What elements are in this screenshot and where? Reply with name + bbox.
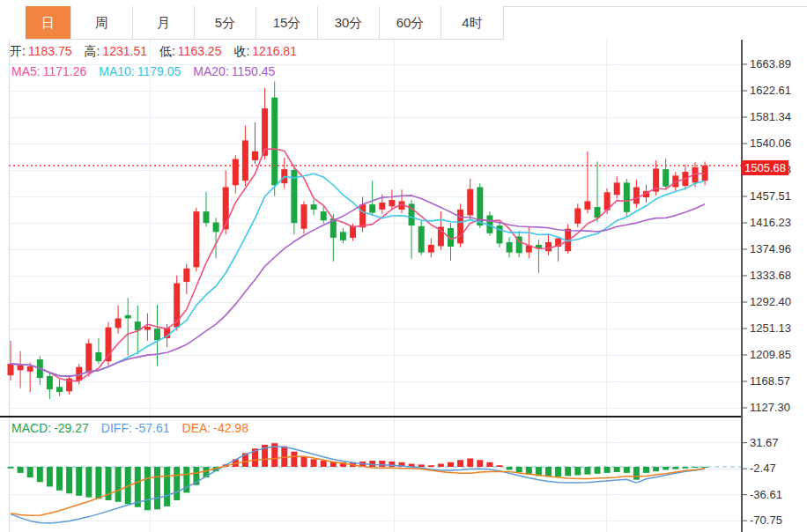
macd-bar <box>486 462 492 467</box>
macd-bar <box>379 461 385 467</box>
macd-bar <box>682 467 688 469</box>
tabbar-bottom-border <box>26 39 504 40</box>
readout-value: -29.27 <box>54 421 89 435</box>
macd-bar <box>555 467 561 477</box>
dea-line <box>11 456 705 515</box>
macd-bar <box>457 460 463 467</box>
macd-bar <box>692 467 699 468</box>
candle <box>614 182 620 195</box>
readout-value: -57.61 <box>135 421 170 435</box>
macd-bar <box>545 467 552 477</box>
readout-value: 1171.26 <box>43 64 87 78</box>
macd-bar <box>291 452 297 467</box>
candle <box>545 242 552 251</box>
price-tick-label: 1457.51 <box>750 189 804 203</box>
candle <box>242 140 248 181</box>
macd-readout: MACD:-29.27DIFF:-57.61DEA:-42.98 <box>11 421 261 435</box>
candle <box>311 204 317 210</box>
candle <box>204 211 210 223</box>
macd-bar <box>507 467 513 469</box>
tab-60min[interactable]: 60分 <box>380 6 441 39</box>
ohlc-readout: 开:1183.75高:1231.51低:1163.25收:1216.81 <box>10 44 309 60</box>
macd-bar <box>418 464 425 467</box>
price-tick-label: 1168.57 <box>750 374 804 388</box>
macd-bar <box>633 467 640 480</box>
macd-bar <box>448 462 454 467</box>
readout-label: 低: <box>159 44 175 60</box>
grid-layer <box>9 40 742 532</box>
tab-30min[interactable]: 30分 <box>318 6 380 39</box>
tab-day[interactable]: 日 <box>26 6 71 39</box>
macd-bar <box>27 467 33 477</box>
macd-bar <box>321 461 327 467</box>
current-price-badge: 1505.68 <box>742 160 788 175</box>
candle <box>663 169 669 187</box>
macd-bar <box>154 467 160 509</box>
ohlc-open: 开:1183.75 <box>10 44 71 60</box>
macd-bar <box>37 467 43 482</box>
macd-bar <box>663 467 669 469</box>
macd-bar <box>164 467 170 506</box>
candle <box>154 329 160 340</box>
price-tick-label: 1581.34 <box>750 110 804 124</box>
macd-bar <box>115 467 122 502</box>
candle <box>624 182 630 211</box>
price-tick-label: 1416.23 <box>750 216 804 230</box>
macd-bar <box>565 467 571 476</box>
macd-bar <box>477 460 483 467</box>
macd-macd: MACD:-29.27 <box>11 421 89 435</box>
ohlc-high: 高:1231.51 <box>84 44 147 60</box>
tab-4hour[interactable]: 4时 <box>441 6 504 39</box>
macd-tick-label: -2.47 <box>750 462 804 476</box>
readout-value: 1150.45 <box>232 64 276 78</box>
tab-5min[interactable]: 5分 <box>195 6 256 39</box>
macd-bar <box>653 467 659 471</box>
macd-bar <box>584 467 590 475</box>
candle <box>379 203 385 210</box>
candle <box>507 242 513 253</box>
candle <box>125 315 131 319</box>
ma-ma10: MA10:1179.05 <box>99 64 181 78</box>
candle <box>584 201 590 209</box>
candle <box>359 204 366 227</box>
candle <box>47 376 53 389</box>
tab-week[interactable]: 周 <box>71 6 133 39</box>
readout-value: 1179.05 <box>137 64 181 78</box>
candle <box>252 151 258 160</box>
candle <box>467 189 473 216</box>
candle <box>574 208 581 223</box>
price-tick-label: 1333.68 <box>750 269 804 283</box>
macd-histogram-layer <box>8 443 708 510</box>
ma10-line <box>11 174 705 376</box>
readout-value: 1163.25 <box>178 44 222 58</box>
readout-value: 1231.51 <box>102 44 147 58</box>
macd-bar <box>604 467 611 473</box>
tab-month[interactable]: 月 <box>133 6 195 39</box>
macd-bar <box>144 467 151 510</box>
price-tick-label: 1251.13 <box>750 321 804 336</box>
ma-readout: MA5:1171.26MA10:1179.05MA20:1150.45 <box>11 64 287 78</box>
readout-label: MA20: <box>193 64 228 78</box>
candle <box>193 211 199 267</box>
readout-value: -42.98 <box>213 421 248 435</box>
tab-15min[interactable]: 15分 <box>256 6 318 39</box>
macd-bar <box>311 459 317 467</box>
price-tick-label: 1209.85 <box>750 348 804 362</box>
ohlc-low: 低:1163.25 <box>159 44 221 60</box>
candle <box>8 364 14 375</box>
macd-dea: DEA:-42.98 <box>182 421 248 435</box>
candle <box>95 352 101 361</box>
diff-line <box>11 447 705 523</box>
candle <box>115 318 122 328</box>
readout-value: 1183.75 <box>28 44 72 58</box>
candle <box>183 269 189 282</box>
readout-value: 1216.81 <box>252 44 297 58</box>
macd-tick-label: -70.75 <box>750 514 804 528</box>
macd-bar <box>56 467 63 491</box>
macd-bar <box>438 464 444 467</box>
macd-bar <box>516 467 522 472</box>
candle <box>144 327 151 330</box>
candle <box>457 210 463 244</box>
price-tick-label: 1374.96 <box>750 242 804 256</box>
price-tick-label: 1540.06 <box>750 137 804 151</box>
